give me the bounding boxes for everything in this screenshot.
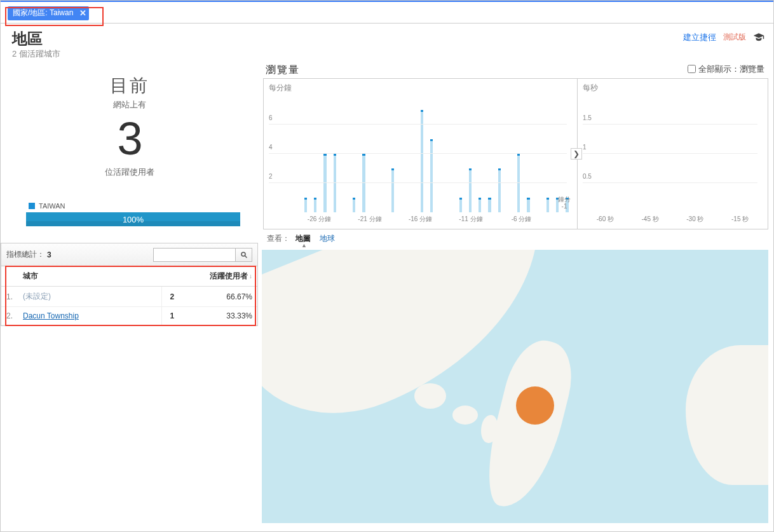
- page-title: 地區: [12, 31, 60, 46]
- graduation-cap-icon[interactable]: [753, 32, 764, 43]
- total-label: 指標總計：: [6, 249, 44, 260]
- page-subtitle: 2 個活躍城市: [12, 48, 60, 60]
- table-row[interactable]: 1. (未設定) 2 66.67%: [1, 287, 257, 307]
- chart-subtitle: 每秒: [578, 79, 768, 97]
- sort-desc-icon: ↓: [249, 273, 252, 280]
- selected-indicator-icon: ▲: [301, 243, 773, 247]
- active-users-count: 3: [1, 116, 258, 161]
- create-shortcut-link[interactable]: 建立捷徑: [683, 32, 716, 43]
- chart-bar: [498, 168, 501, 212]
- show-all-checkbox[interactable]: [688, 65, 696, 73]
- percentage-bar: 100%: [26, 212, 240, 226]
- chart-bar: [527, 198, 529, 212]
- map-landmass: [414, 383, 446, 409]
- x-tick: -21 分鐘: [358, 215, 381, 224]
- chart-bar: [314, 198, 316, 212]
- chart-bar: [430, 139, 433, 212]
- chart-bar: [391, 168, 394, 212]
- col-city[interactable]: 城市: [18, 266, 161, 287]
- x-tick: -26 分鐘: [308, 215, 331, 224]
- view-map-tab[interactable]: 地圖: [295, 234, 311, 243]
- chart-plot-area: 鐘分-1 246-26 分鐘-21 分鐘-16 分鐘-11 分鐘-6 分鐘: [269, 95, 572, 212]
- chart-plot-area: 0.511.5-60 秒-45 秒-30 秒-15 秒: [583, 95, 763, 212]
- y-axis-unit: 鐘分-1: [558, 196, 571, 210]
- chart-per-minute: 每分鐘 鐘分-1 246-26 分鐘-21 分鐘-16 分鐘-11 分鐘-6 分…: [264, 79, 577, 229]
- chart-bar: [469, 168, 472, 212]
- current-label-3: 位活躍使用者: [1, 167, 258, 178]
- total-value: 3: [47, 250, 51, 259]
- city-table: 城市 活躍使用者↓ 1. (未設定) 2 66.67% 2.: [1, 266, 257, 325]
- chart-bar: [517, 154, 520, 212]
- pct-cell: 33.33%: [179, 307, 257, 325]
- current-label-1: 目前: [1, 74, 258, 98]
- map-landmass: [452, 406, 478, 425]
- search-button[interactable]: [236, 248, 252, 262]
- filter-bar: 國家/地區: Taiwan ✕: [1, 1, 773, 24]
- chart-bar: [547, 198, 549, 212]
- table-row[interactable]: 2. Dacun Township 1 33.33%: [1, 307, 257, 325]
- close-icon[interactable]: ✕: [79, 9, 86, 17]
- city-cell[interactable]: Dacun Township: [18, 307, 161, 325]
- x-tick: -45 秒: [642, 215, 659, 224]
- chart-bar: [323, 154, 326, 212]
- filter-chip-country[interactable]: 國家/地區: Taiwan ✕: [8, 6, 89, 20]
- x-tick: -15 秒: [731, 215, 749, 224]
- legend-swatch: [29, 203, 35, 209]
- chart-bar: [353, 198, 355, 212]
- city-table-panel: 指標總計： 3 城市 活躍使用者↓: [1, 243, 258, 326]
- y-tick: 0.5: [583, 173, 592, 180]
- chart-bar: [334, 154, 336, 212]
- legend-label: TAIWAN: [39, 202, 65, 210]
- row-index: 2.: [1, 307, 18, 325]
- city-link[interactable]: Dacun Township: [23, 311, 79, 320]
- chart-per-second: 每秒 0.511.5-60 秒-45 秒-30 秒-15 秒: [577, 79, 768, 229]
- y-tick: 1: [583, 144, 587, 151]
- charts-container: ❯ 每分鐘 鐘分-1 246-26 分鐘-21 分鐘-16 分鐘-11 分鐘-6…: [263, 78, 768, 229]
- table-toolbar: 指標總計： 3: [1, 243, 257, 266]
- chart-bar: [488, 198, 491, 212]
- chart-bar: [304, 198, 307, 212]
- map-landmass: [357, 358, 402, 390]
- y-tick: 2: [269, 173, 273, 180]
- city-cell[interactable]: (未設定): [18, 287, 161, 307]
- search-input[interactable]: [153, 248, 236, 262]
- svg-line-1: [245, 256, 247, 257]
- y-tick: 1.5: [583, 114, 592, 121]
- map-landmass: [686, 345, 768, 485]
- x-tick: -11 分鐘: [459, 215, 482, 224]
- view-label: 查看：: [267, 234, 290, 243]
- geo-map[interactable]: [262, 250, 768, 523]
- active-users-panel: 目前 網站上有 3 位活躍使用者: [1, 60, 258, 178]
- show-all-label: 全部顯示：瀏覽量: [698, 64, 764, 75]
- users-cell: 2: [161, 287, 179, 307]
- beta-badge: 測試版: [723, 31, 747, 43]
- row-index: 1.: [1, 287, 18, 307]
- col-index: [1, 266, 18, 287]
- col-active-users[interactable]: 活躍使用者↓: [161, 266, 257, 287]
- view-globe-tab[interactable]: 地球: [320, 234, 335, 243]
- users-cell: 1: [161, 307, 179, 325]
- show-all-toggle[interactable]: 全部顯示：瀏覽量: [685, 63, 773, 75]
- chart-bar: [421, 110, 423, 212]
- percentage-bar-label: 100%: [123, 215, 144, 224]
- x-tick: -30 秒: [686, 215, 703, 224]
- chart-bar: [479, 198, 481, 212]
- legend-row: TAIWAN: [29, 202, 258, 210]
- pct-cell: 66.67%: [179, 287, 257, 307]
- search-icon: [240, 251, 248, 259]
- y-tick: 4: [269, 144, 273, 151]
- filter-chip-label: 國家/地區: Taiwan: [13, 8, 73, 18]
- svg-point-0: [241, 252, 245, 256]
- x-tick: -60 秒: [597, 215, 614, 224]
- map-data-dot[interactable]: [516, 386, 554, 425]
- y-tick: 6: [269, 114, 273, 121]
- current-label-2: 網站上有: [1, 99, 258, 111]
- map-view-toggle: 查看： 地圖 地球 ▲: [263, 229, 773, 250]
- page-header: 地區 2 個活躍城市 建立捷徑 測試版: [1, 24, 773, 60]
- chart-bar: [362, 154, 365, 212]
- x-tick: -6 分鐘: [512, 215, 532, 224]
- chart-title: 瀏覽量: [263, 60, 300, 78]
- x-tick: -16 分鐘: [409, 215, 432, 224]
- chart-next-arrow[interactable]: ❯: [571, 148, 582, 160]
- chart-subtitle: 每分鐘: [264, 79, 577, 97]
